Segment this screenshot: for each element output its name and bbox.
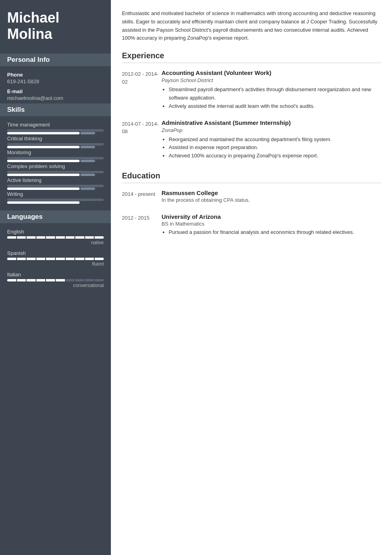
skill-item: Writing: [7, 191, 104, 201]
experience-bullet: Actively assisted the internal audit tea…: [169, 102, 381, 111]
language-item: Englishnative: [7, 229, 104, 245]
language-item: Italianconversational: [7, 272, 104, 288]
skill-bar: [7, 143, 104, 145]
experience-bullet: Streamlined payroll department's activit…: [169, 86, 381, 102]
education-school: University of Arizona: [162, 213, 381, 220]
language-bar: [7, 236, 104, 239]
sidebar: Michael Molina Personal Info Phone 619-2…: [0, 0, 111, 555]
skill-bar: [7, 199, 104, 201]
experience-bullet: Assisted in expense report preparation.: [169, 144, 381, 152]
skill-name: Writing: [7, 191, 104, 197]
experience-item: 2014-07 - 2014-08Administrative Assistan…: [122, 119, 381, 160]
skill-item: Active listening: [7, 177, 104, 187]
experience-title: Experience: [122, 51, 381, 63]
experience-bullet: Achieved 100% accuracy in preparing Zona…: [169, 152, 381, 160]
phone-value: 619-241-5828: [7, 78, 104, 84]
language-bar: [7, 279, 104, 281]
experience-item: 2012-02 - 2014-02Accounting Assistant (V…: [122, 69, 381, 110]
language-bar: [7, 258, 104, 260]
skill-item: Critical thinking: [7, 136, 104, 145]
skill-item: Monitoring: [7, 149, 104, 159]
education-school: Rasmussen College: [162, 189, 381, 196]
education-note: In the process of obtaining CPA status.: [162, 197, 381, 203]
language-name: English: [7, 229, 104, 235]
education-item: 2014 - presentRasmussen CollegeIn the pr…: [122, 189, 381, 205]
skill-bar: [7, 171, 104, 173]
education-item: 2012 - 2015University of ArizonaBS in Ma…: [122, 213, 381, 237]
skill-bar: [7, 157, 104, 159]
skill-name: Monitoring: [7, 149, 104, 155]
email-label: E-mail: [7, 88, 104, 94]
languages-section: Languages EnglishnativeSpanishfluentItal…: [7, 211, 104, 288]
skill-bar: [7, 185, 104, 187]
language-level: native: [7, 240, 104, 245]
languages-title: Languages: [0, 211, 111, 223]
skill-name: Complex problem solving: [7, 163, 104, 169]
skill-item: Time management: [7, 122, 104, 132]
skills-title: Skills: [0, 103, 111, 116]
summary-text: Enthusiastic and motivated bachelor of s…: [122, 10, 381, 42]
skill-name: Active listening: [7, 177, 104, 183]
experience-date: 2014-07 - 2014-08: [122, 119, 162, 160]
candidate-name: Michael Molina: [7, 10, 104, 42]
education-bullet: Pursued a passion for financial analysis…: [169, 228, 381, 237]
skill-item: Complex problem solving: [7, 163, 104, 173]
phone-label: Phone: [7, 72, 104, 78]
email-value: michaelmolina@aol.com: [7, 95, 104, 101]
language-level: conversational: [7, 283, 104, 288]
language-name: Italian: [7, 272, 104, 278]
main-content: Enthusiastic and motivated bachelor of s…: [111, 0, 392, 555]
personal-info-title: Personal Info: [0, 54, 111, 66]
skill-bar: [7, 129, 104, 132]
language-item: Spanishfluent: [7, 250, 104, 267]
education-note: BS in Mathematics: [162, 221, 381, 227]
experience-company: ZonaPop: [162, 127, 381, 133]
skills-section: Skills Time managementCritical thinkingM…: [7, 103, 104, 201]
education-section: Education 2014 - presentRasmussen Colleg…: [122, 171, 381, 237]
skill-name: Time management: [7, 122, 104, 128]
experience-company: Payson School District: [162, 77, 381, 83]
experience-section: Experience 2012-02 - 2014-02Accounting A…: [122, 51, 381, 160]
experience-title: Administrative Assistant (Summer Interns…: [162, 119, 381, 126]
education-title: Education: [122, 171, 381, 183]
language-name: Spanish: [7, 250, 104, 256]
experience-title: Accounting Assistant (Volunteer Work): [162, 69, 381, 76]
education-date: 2014 - present: [122, 189, 162, 205]
language-level: fluent: [7, 261, 104, 267]
education-date: 2012 - 2015: [122, 213, 162, 237]
skill-name: Critical thinking: [7, 136, 104, 142]
experience-date: 2012-02 - 2014-02: [122, 69, 162, 110]
experience-bullet: Reorganized and maintained the accountin…: [169, 136, 381, 144]
